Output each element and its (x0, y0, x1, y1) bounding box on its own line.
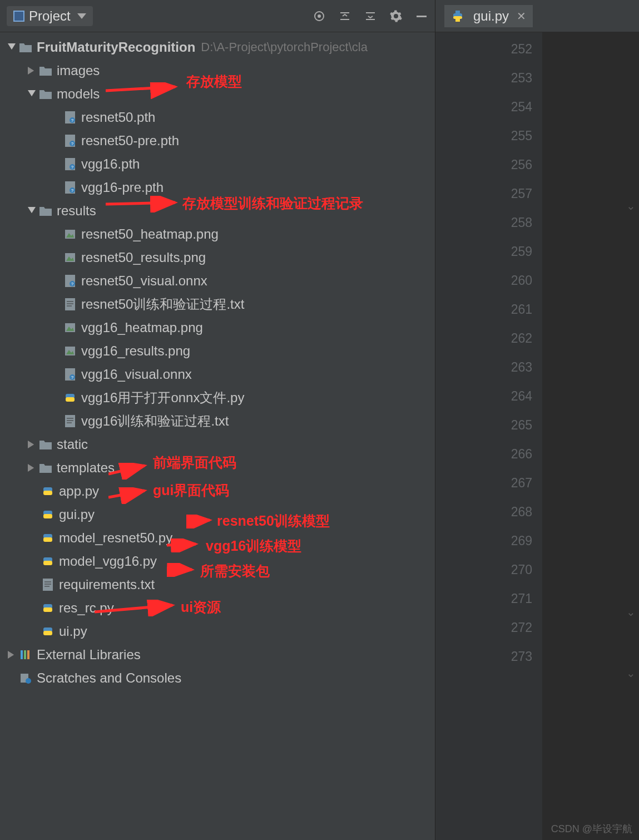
svg-rect-57 (43, 579, 53, 591)
python-icon (63, 391, 77, 404)
code-area[interactable]: ⌄ ⌄ ⌄ (542, 32, 639, 840)
line-number: 269 (435, 526, 532, 555)
fold-marker-icon[interactable]: ⌄ (626, 199, 636, 213)
file-icon: ? (63, 157, 77, 171)
tab-label: gui.py (473, 8, 509, 24)
folder-icon (39, 438, 52, 451)
tree-file[interactable]: vgg16用于打开onnx文件.py (0, 386, 435, 409)
folder-icon (39, 87, 52, 101)
file-icon: ? (63, 134, 77, 147)
tree-file[interactable]: ?resnet50-pre.pth (0, 129, 435, 152)
tree-file[interactable]: ?vgg16.pth (0, 152, 435, 176)
python-icon (41, 601, 55, 615)
tree-file[interactable]: vgg16训练和验证过程.txt (0, 409, 435, 433)
line-number: 252 (435, 34, 532, 63)
svg-text:?: ? (71, 165, 74, 170)
editor-panel: gui.py ✕ 2522532542552562572582592602612… (435, 0, 639, 840)
tree-file[interactable]: ?vgg16-pre.pth (0, 176, 435, 199)
folder-icon (39, 204, 52, 218)
expand-all-icon[interactable] (338, 9, 351, 23)
tree-file[interactable]: app.py (0, 480, 435, 503)
line-number: 261 (435, 295, 532, 324)
chevron-down-icon[interactable] (26, 88, 38, 100)
chevron-down-icon[interactable] (26, 205, 38, 217)
project-toolbar: Project (0, 0, 435, 32)
svg-marker-65 (8, 651, 14, 659)
tree-file[interactable]: resnet50训练和验证过程.txt (0, 293, 435, 316)
tree-folder-results[interactable]: results (0, 199, 435, 223)
tree-file[interactable]: model_resnet50.py (0, 526, 435, 550)
watermark: CSDN @毕设宇航 (551, 822, 632, 836)
editor-tab-gui[interactable]: gui.py ✕ (444, 5, 533, 27)
fold-marker-icon[interactable]: ⌄ (626, 666, 636, 680)
svg-point-1 (318, 15, 320, 17)
file-icon: ? (63, 368, 77, 381)
svg-text:?: ? (71, 281, 74, 286)
chevron-right-icon[interactable] (26, 462, 38, 474)
line-number: 271 (435, 584, 532, 613)
image-icon (63, 228, 77, 241)
collapse-all-icon[interactable] (364, 9, 377, 23)
toolbar-actions (313, 9, 428, 23)
python-icon (451, 9, 464, 23)
tree-file[interactable]: ?resnet50.pth (0, 106, 435, 129)
tree-folder-templates[interactable]: templates (0, 456, 435, 480)
line-number: 272 (435, 613, 532, 642)
tree-file[interactable]: requirements.txt (0, 573, 435, 596)
tree-item-label: gui.py (59, 503, 95, 526)
tree-file[interactable]: vgg16_results.png (0, 339, 435, 363)
tree-item-label: static (57, 433, 88, 456)
close-icon[interactable]: ✕ (517, 9, 526, 23)
svg-rect-62 (43, 607, 52, 612)
svg-rect-64 (43, 631, 52, 635)
tree-file[interactable]: gui.py (0, 503, 435, 526)
tree-file[interactable]: ?vgg16_visual.onnx (0, 363, 435, 386)
tree-file[interactable]: resnet50_heatmap.png (0, 223, 435, 246)
svg-rect-52 (43, 514, 52, 518)
line-number: 258 (435, 208, 532, 237)
chevron-right-icon[interactable] (6, 649, 18, 661)
tree-root[interactable]: FruitMaturityRecognition D:\A-Project\py… (0, 36, 435, 59)
line-number: 255 (435, 121, 532, 150)
svg-text:?: ? (71, 188, 74, 193)
line-number: 260 (435, 266, 532, 295)
svg-rect-50 (43, 491, 52, 495)
project-tree[interactable]: FruitMaturityRecognition D:\A-Project\py… (0, 32, 435, 840)
tree-external-libraries[interactable]: External Libraries (0, 643, 435, 666)
tree-file[interactable]: resnet50_results.png (0, 246, 435, 269)
tree-file[interactable]: ?resnet50_visual.onnx (0, 269, 435, 293)
text-icon (63, 298, 77, 311)
chevron-right-icon[interactable] (26, 438, 38, 451)
tree-item-label: resnet50_heatmap.png (81, 223, 219, 246)
tree-folder-models[interactable]: models (0, 82, 435, 106)
line-gutter: 2522532542552562572582592602612622632642… (435, 32, 542, 840)
text-icon (63, 414, 77, 428)
tree-file[interactable]: model_vgg16.py (0, 550, 435, 573)
tree-folder-static[interactable]: static (0, 433, 435, 456)
library-icon (19, 648, 32, 661)
project-selector[interactable]: Project (7, 6, 93, 26)
locate-icon[interactable] (313, 9, 326, 23)
gear-icon[interactable] (389, 9, 403, 23)
svg-rect-43 (65, 415, 75, 427)
fold-marker-icon[interactable]: ⌄ (626, 605, 636, 619)
line-number: 268 (435, 497, 532, 526)
tree-file[interactable]: vgg16_heatmap.png (0, 316, 435, 339)
chevron-down-icon[interactable] (6, 41, 18, 53)
tree-scratches[interactable]: Scratches and Consoles (0, 666, 435, 690)
line-number: 265 (435, 411, 532, 439)
tree-file[interactable]: ui.py (0, 620, 435, 643)
tree-folder-images[interactable]: images (0, 59, 435, 82)
tree-item-label: app.py (59, 480, 99, 503)
hide-icon[interactable] (415, 9, 428, 23)
tree-item-label: resnet50.pth (81, 106, 155, 129)
line-number: 263 (435, 353, 532, 382)
tree-file[interactable]: res_rc.py (0, 596, 435, 620)
svg-rect-54 (43, 537, 52, 542)
chevron-right-icon[interactable] (26, 65, 38, 77)
svg-point-70 (26, 678, 31, 684)
svg-marker-9 (28, 90, 36, 96)
line-number: 254 (435, 92, 532, 121)
tree-item-label: ui.py (59, 620, 87, 643)
tree-item-label: model_vgg16.py (59, 550, 157, 573)
